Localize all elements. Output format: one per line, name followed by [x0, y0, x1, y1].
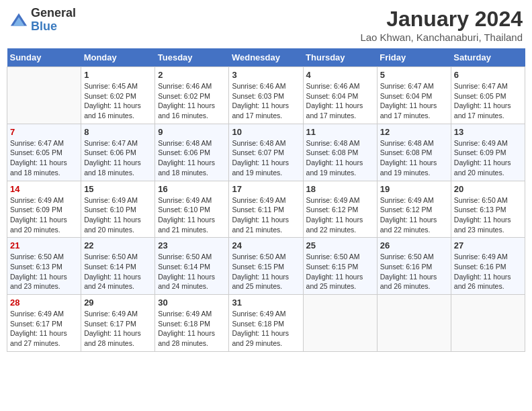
calendar-cell: 8Sunrise: 6:47 AMSunset: 6:06 PMDaylight…	[81, 124, 155, 181]
day-info: Sunrise: 6:47 AMSunset: 6:05 PMDaylight:…	[10, 138, 78, 178]
day-number: 2	[158, 70, 226, 80]
day-info: Sunrise: 6:47 AMSunset: 6:04 PMDaylight:…	[380, 81, 448, 121]
calendar-cell: 16Sunrise: 6:49 AMSunset: 6:10 PMDayligh…	[155, 181, 229, 238]
calendar-cell	[7, 67, 81, 124]
calendar-cell: 11Sunrise: 6:48 AMSunset: 6:08 PMDayligh…	[303, 124, 377, 181]
day-info: Sunrise: 6:49 AMSunset: 6:10 PMDaylight:…	[84, 195, 152, 235]
day-number: 18	[306, 184, 374, 194]
day-number: 20	[454, 184, 522, 194]
calendar-week-row: 28Sunrise: 6:49 AMSunset: 6:17 PMDayligh…	[7, 295, 525, 352]
calendar-cell: 5Sunrise: 6:47 AMSunset: 6:04 PMDaylight…	[377, 67, 451, 124]
calendar-cell: 13Sunrise: 6:49 AMSunset: 6:09 PMDayligh…	[451, 124, 525, 181]
calendar-header-tuesday: Tuesday	[155, 48, 229, 67]
calendar-header-row: SundayMondayTuesdayWednesdayThursdayFrid…	[7, 48, 525, 67]
day-number: 15	[84, 184, 152, 194]
calendar-header-saturday: Saturday	[451, 48, 525, 67]
calendar-header-monday: Monday	[81, 48, 155, 67]
calendar-cell: 28Sunrise: 6:49 AMSunset: 6:17 PMDayligh…	[7, 295, 81, 352]
day-number: 13	[454, 127, 522, 137]
logo: General Blue	[9, 7, 76, 34]
title-block: January 2024 Lao Khwan, Kanchanaburi, Th…	[360, 7, 523, 43]
day-info: Sunrise: 6:49 AMSunset: 6:17 PMDaylight:…	[84, 309, 152, 349]
calendar-cell	[377, 295, 451, 352]
day-info: Sunrise: 6:46 AMSunset: 6:02 PMDaylight:…	[158, 81, 226, 121]
day-number: 14	[10, 184, 78, 194]
calendar-cell: 2Sunrise: 6:46 AMSunset: 6:02 PMDaylight…	[155, 67, 229, 124]
day-number: 21	[10, 240, 78, 250]
calendar-cell: 21Sunrise: 6:50 AMSunset: 6:13 PMDayligh…	[7, 238, 81, 295]
day-number: 3	[232, 70, 300, 80]
calendar-cell: 15Sunrise: 6:49 AMSunset: 6:10 PMDayligh…	[81, 181, 155, 238]
calendar-cell: 25Sunrise: 6:50 AMSunset: 6:15 PMDayligh…	[303, 238, 377, 295]
day-info: Sunrise: 6:48 AMSunset: 6:07 PMDaylight:…	[232, 138, 300, 178]
day-info: Sunrise: 6:49 AMSunset: 6:17 PMDaylight:…	[10, 309, 78, 349]
day-info: Sunrise: 6:50 AMSunset: 6:14 PMDaylight:…	[158, 252, 226, 291]
calendar-cell: 4Sunrise: 6:46 AMSunset: 6:04 PMDaylight…	[303, 67, 377, 124]
calendar-cell: 29Sunrise: 6:49 AMSunset: 6:17 PMDayligh…	[81, 295, 155, 352]
calendar-week-row: 21Sunrise: 6:50 AMSunset: 6:13 PMDayligh…	[7, 238, 525, 295]
calendar-cell: 26Sunrise: 6:50 AMSunset: 6:16 PMDayligh…	[377, 238, 451, 295]
day-number: 25	[306, 240, 374, 250]
day-number: 11	[306, 127, 374, 137]
day-number: 29	[84, 298, 152, 308]
calendar-header-friday: Friday	[377, 48, 451, 67]
month-title: January 2024	[360, 7, 523, 32]
calendar-cell: 6Sunrise: 6:47 AMSunset: 6:05 PMDaylight…	[451, 67, 525, 124]
day-info: Sunrise: 6:50 AMSunset: 6:13 PMDaylight:…	[454, 195, 522, 235]
day-number: 4	[306, 70, 374, 80]
calendar-cell: 9Sunrise: 6:48 AMSunset: 6:06 PMDaylight…	[155, 124, 229, 181]
calendar-week-row: 14Sunrise: 6:49 AMSunset: 6:09 PMDayligh…	[7, 181, 525, 238]
day-number: 31	[232, 298, 300, 308]
day-info: Sunrise: 6:49 AMSunset: 6:10 PMDaylight:…	[158, 195, 226, 235]
calendar-header-wednesday: Wednesday	[229, 48, 303, 67]
day-number: 17	[232, 184, 300, 194]
calendar-cell: 3Sunrise: 6:46 AMSunset: 6:03 PMDaylight…	[229, 67, 303, 124]
day-info: Sunrise: 6:49 AMSunset: 6:09 PMDaylight:…	[10, 195, 78, 235]
calendar-cell: 19Sunrise: 6:49 AMSunset: 6:12 PMDayligh…	[377, 181, 451, 238]
calendar-cell: 30Sunrise: 6:49 AMSunset: 6:18 PMDayligh…	[155, 295, 229, 352]
day-info: Sunrise: 6:49 AMSunset: 6:16 PMDaylight:…	[454, 252, 522, 291]
calendar-cell: 10Sunrise: 6:48 AMSunset: 6:07 PMDayligh…	[229, 124, 303, 181]
day-info: Sunrise: 6:49 AMSunset: 6:12 PMDaylight:…	[380, 195, 448, 235]
day-info: Sunrise: 6:50 AMSunset: 6:16 PMDaylight:…	[380, 252, 448, 291]
calendar-cell: 17Sunrise: 6:49 AMSunset: 6:11 PMDayligh…	[229, 181, 303, 238]
logo-general: General	[31, 7, 76, 20]
logo-icon	[9, 12, 28, 31]
day-info: Sunrise: 6:46 AMSunset: 6:03 PMDaylight:…	[232, 81, 300, 121]
location-title: Lao Khwan, Kanchanaburi, Thailand	[360, 32, 523, 43]
calendar-header-thursday: Thursday	[303, 48, 377, 67]
day-info: Sunrise: 6:46 AMSunset: 6:04 PMDaylight:…	[306, 81, 374, 121]
day-number: 1	[84, 70, 152, 80]
day-info: Sunrise: 6:47 AMSunset: 6:05 PMDaylight:…	[454, 81, 522, 121]
calendar-week-row: 1Sunrise: 6:45 AMSunset: 6:02 PMDaylight…	[7, 67, 525, 124]
day-info: Sunrise: 6:48 AMSunset: 6:08 PMDaylight:…	[380, 138, 448, 178]
calendar-cell: 18Sunrise: 6:49 AMSunset: 6:12 PMDayligh…	[303, 181, 377, 238]
calendar-cell: 23Sunrise: 6:50 AMSunset: 6:14 PMDayligh…	[155, 238, 229, 295]
day-number: 5	[380, 70, 448, 80]
day-number: 10	[232, 127, 300, 137]
day-info: Sunrise: 6:49 AMSunset: 6:12 PMDaylight:…	[306, 195, 374, 235]
day-info: Sunrise: 6:50 AMSunset: 6:15 PMDaylight:…	[232, 252, 300, 291]
calendar-cell	[303, 295, 377, 352]
calendar-cell: 12Sunrise: 6:48 AMSunset: 6:08 PMDayligh…	[377, 124, 451, 181]
page-header: General Blue January 2024 Lao Khwan, Kan…	[7, 7, 525, 43]
day-number: 27	[454, 240, 522, 250]
day-info: Sunrise: 6:49 AMSunset: 6:18 PMDaylight:…	[232, 309, 300, 349]
calendar-cell: 24Sunrise: 6:50 AMSunset: 6:15 PMDayligh…	[229, 238, 303, 295]
calendar-cell: 20Sunrise: 6:50 AMSunset: 6:13 PMDayligh…	[451, 181, 525, 238]
day-number: 26	[380, 240, 448, 250]
logo-blue: Blue	[31, 20, 76, 34]
day-number: 28	[10, 298, 78, 308]
calendar-cell: 31Sunrise: 6:49 AMSunset: 6:18 PMDayligh…	[229, 295, 303, 352]
calendar-cell: 7Sunrise: 6:47 AMSunset: 6:05 PMDaylight…	[7, 124, 81, 181]
day-number: 19	[380, 184, 448, 194]
day-info: Sunrise: 6:48 AMSunset: 6:06 PMDaylight:…	[158, 138, 226, 178]
day-info: Sunrise: 6:49 AMSunset: 6:09 PMDaylight:…	[454, 138, 522, 178]
day-info: Sunrise: 6:50 AMSunset: 6:13 PMDaylight:…	[10, 252, 78, 291]
day-number: 8	[84, 127, 152, 137]
calendar-cell: 1Sunrise: 6:45 AMSunset: 6:02 PMDaylight…	[81, 67, 155, 124]
day-info: Sunrise: 6:45 AMSunset: 6:02 PMDaylight:…	[84, 81, 152, 121]
calendar-week-row: 7Sunrise: 6:47 AMSunset: 6:05 PMDaylight…	[7, 124, 525, 181]
calendar-table: SundayMondayTuesdayWednesdayThursdayFrid…	[7, 48, 525, 352]
day-number: 6	[454, 70, 522, 80]
